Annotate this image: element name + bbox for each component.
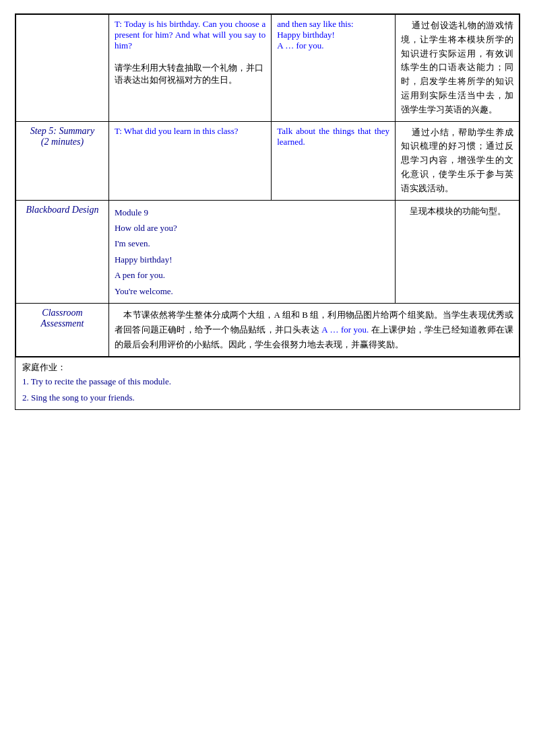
homework-title: 家庭作业：	[22, 362, 513, 374]
step-label-assessment: ClassroomAssessment	[22, 308, 103, 329]
step-label-summary: Step 5: Summary(2 minutes)	[22, 126, 103, 147]
purpose-cell-blackboard: 呈现本模块的功能句型。	[396, 200, 520, 303]
teacher-english-summary: T: What did you learn in this class?	[115, 126, 265, 137]
teacher-cell-1: T: Today is his birthday. Can you choose…	[108, 15, 271, 122]
step-cell-blackboard: Blackboard Design	[16, 200, 109, 303]
teacher-english-1: T: Today is his birthday. Can you choose…	[115, 19, 265, 51]
table-row-assessment: ClassroomAssessment 本节课依然将学生整体分成两个大组，A 组…	[16, 303, 520, 356]
student-english-1: and then say like this: Happy birthday! …	[277, 19, 389, 51]
table-row-summary: Step 5: Summary(2 minutes) T: What did y…	[16, 121, 520, 200]
inline-english-assessment: A … for you.	[321, 324, 369, 335]
main-table: T: Today is his birthday. Can you choose…	[15, 14, 520, 357]
table-row-blackboard: Blackboard Design Module 9 How old are y…	[16, 200, 520, 303]
purpose-text-1: 通过创设选礼物的游戏情境，让学生将本模块所学的知识进行实际运用，有效训练学生的口…	[401, 19, 513, 117]
homework-item-1: 1. Try to recite the passage of this mod…	[22, 374, 513, 389]
assessment-content-cell: 本节课依然将学生整体分成两个大组，A 组和 B 组，利用物品图片给两个组奖励。当…	[108, 303, 519, 356]
page-container: T: Today is his birthday. Can you choose…	[15, 13, 520, 410]
blackboard-content-cell: Module 9 How old are you? I'm seven. Hap…	[108, 200, 395, 303]
step-cell-1	[16, 15, 109, 122]
homework-item-2: 2. Sing the song to your friends.	[22, 390, 513, 405]
purpose-cell-summary: 通过小结，帮助学生养成知识梳理的好习惯；通过反思学习内容，增强学生的文化意识，使…	[396, 121, 520, 200]
table-row: T: Today is his birthday. Can you choose…	[16, 15, 520, 122]
student-cell-summary: Talk about the things that they learned.	[272, 121, 396, 200]
step-cell-summary: Step 5: Summary(2 minutes)	[16, 121, 109, 200]
step-cell-assessment: ClassroomAssessment	[16, 303, 109, 356]
student-english-summary: Talk about the things that they learned.	[277, 126, 389, 147]
teacher-chinese-1: 请学生利用大转盘抽取一个礼物，并口语表达出如何祝福对方的生日。	[115, 62, 265, 86]
homework-section: 家庭作业： 1. Try to recite the passage of th…	[15, 357, 520, 409]
assessment-text: 本节课依然将学生整体分成两个大组，A 组和 B 组，利用物品图片给两个组奖励。当…	[115, 308, 513, 352]
purpose-cell-1: 通过创设选礼物的游戏情境，让学生将本模块所学的知识进行实际运用，有效训练学生的口…	[396, 15, 520, 122]
blackboard-text: Module 9 How old are you? I'm seven. Hap…	[115, 205, 389, 299]
purpose-text-blackboard: 呈现本模块的功能句型。	[401, 205, 513, 219]
student-cell-1: and then say like this: Happy birthday! …	[272, 15, 396, 122]
purpose-text-summary: 通过小结，帮助学生养成知识梳理的好习惯；通过反思学习内容，增强学生的文化意识，使…	[401, 126, 513, 196]
teacher-cell-summary: T: What did you learn in this class?	[108, 121, 271, 200]
step-label-blackboard: Blackboard Design	[22, 205, 103, 215]
